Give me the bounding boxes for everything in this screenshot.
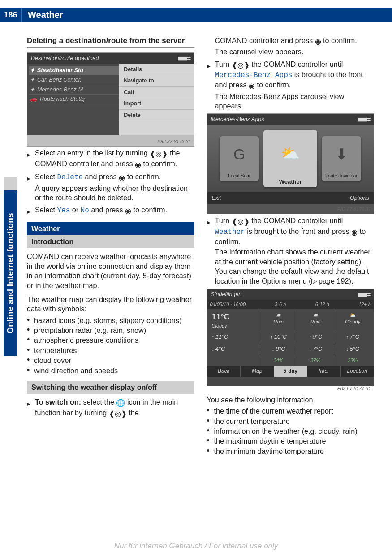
- step-marker-icon: [27, 397, 35, 418]
- list-item: the maximum daytime temperature: [214, 436, 375, 446]
- press-controller-icon: ◉: [119, 173, 125, 182]
- section-thumb-label: Online and Internet functions: [5, 213, 15, 334]
- step-result: The Mercedes-Benz Apps carousel view app…: [215, 92, 375, 111]
- screenshot-mb-apps-carousel: Mercedes-Benz Apps ▮▮▮▮▮ ⇄ G Local Sear …: [207, 113, 375, 214]
- info-list: the time of the current weather report t…: [207, 406, 375, 456]
- turn-controller-icon: ❰◎❱: [109, 409, 127, 418]
- ui-mb-apps-label: Mercedes-Benz Apps: [215, 71, 293, 79]
- step-result: The carousel view appears.: [215, 47, 375, 56]
- cloud-icon: 🌧: [262, 312, 295, 319]
- list-item: atmospheric pressure conditions: [34, 336, 194, 345]
- step-turn-weather: Turn ❰◎❱ the COMAND controller until Wea…: [207, 216, 375, 286]
- step-marker-icon: [27, 205, 35, 216]
- carousel-tile-weather[interactable]: ⛅ Weather: [263, 130, 317, 187]
- step-turn-mb-apps: Turn ❰◎❱ the COMAND controller until Mer…: [207, 60, 375, 111]
- carousel-tile-route-download[interactable]: ⬇ Route download: [322, 136, 361, 181]
- tab-back[interactable]: Back: [207, 366, 241, 377]
- list-item: the time of the current weather report: [214, 406, 375, 416]
- press-controller-icon: ◉: [135, 160, 141, 169]
- intro-paragraph-1: COMAND can receive weather forecasts any…: [27, 252, 194, 290]
- list-item[interactable]: ✦Staatstheater Stu: [29, 66, 119, 76]
- list-item: cloud cover: [34, 356, 194, 365]
- current-temp: 11°C: [212, 312, 258, 323]
- screenshot-destination-route-download: Destination/route download ▮▮▮▮▮ ⇄ ✦Staa…: [27, 52, 194, 147]
- ui-delete-label: Delete: [57, 173, 83, 181]
- list-item: wind direction and speeds: [34, 366, 194, 375]
- list-item: the current temperature: [214, 417, 375, 426]
- header-title: Weather: [22, 10, 63, 20]
- shot3-title: Sindelfingen: [211, 291, 242, 298]
- current-cond: Cloudy: [212, 323, 258, 329]
- shot3-period: 12+ h: [358, 301, 371, 308]
- step-marker-icon: [207, 60, 215, 111]
- tab-location[interactable]: Location: [340, 366, 374, 377]
- weather-data-list: hazard icons (e.g. storms, slippery cond…: [27, 316, 194, 375]
- menu-call[interactable]: Call: [119, 87, 194, 99]
- section-thumb-tab: Online and Internet functions: [4, 190, 17, 356]
- step-select-yes-no: Select Yes or No and press ◉ to confirm.: [27, 205, 194, 216]
- ui-no-label: No: [81, 207, 89, 215]
- softkey-options[interactable]: Options: [350, 194, 369, 202]
- shot2-caption: P82.87-8176-31: [337, 207, 371, 213]
- intro-paragraph-2: The weather map can display the followin…: [27, 295, 194, 314]
- turn-controller-icon: ❰◎❱: [150, 149, 168, 159]
- step-marker-icon: [27, 148, 35, 169]
- menu-delete[interactable]: Delete: [119, 110, 194, 121]
- menu-import[interactable]: Import: [119, 98, 194, 110]
- cloud-icon: 🌧: [299, 312, 332, 319]
- list-item[interactable]: ✦Mercedes-Benz-M: [29, 85, 119, 95]
- step-lead-bold: To switch on:: [35, 398, 81, 406]
- shot1-context-menu: Details Navigate to Call Import Delete: [119, 64, 194, 135]
- menu-navigate-to[interactable]: Navigate to: [119, 75, 194, 87]
- weather-chart-row-lo: ↓ 4°C ↓ 9°C ↓ 7°C ↓ 5°C: [207, 343, 374, 355]
- thumb-tab-spacer: [4, 177, 17, 190]
- list-item: precipitation radar (e.g. rain, snow): [34, 326, 194, 335]
- shot1-title: Destination/route download: [31, 55, 99, 62]
- section-banner-weather: Weather: [27, 222, 194, 235]
- list-item: the minimum daytime temperature: [214, 447, 375, 456]
- shot2-title: Mercedes-Benz Apps: [211, 116, 264, 123]
- weather-chart-row-cond: 11°C Cloudy 🌧Rain 🌧Rain ⛅Cloudy: [207, 309, 374, 331]
- menu-details[interactable]: Details: [119, 64, 194, 76]
- list-item: information on the weather (e.g. cloudy,…: [214, 427, 375, 436]
- signal-icon: ▮▮▮▮▮ ⇄: [177, 55, 190, 62]
- shot1-caption: P82.87-8173-31: [157, 139, 191, 145]
- press-controller-icon: ◉: [351, 228, 358, 237]
- tab-5day[interactable]: 5-day: [274, 366, 307, 377]
- step-marker-icon: [207, 216, 215, 286]
- list-item[interactable]: ✦Carl Benz Center,: [29, 75, 119, 85]
- shot3-timestamp: 04/05/10 · 16:00: [210, 301, 246, 308]
- screenshot-weather-info-chart: Sindelfingen ▮▮▮▮▮ ⇄ 04/05/10 · 16:00 3-…: [207, 289, 375, 386]
- softkey-exit[interactable]: Exit: [212, 194, 221, 202]
- cloud-icon: ⛅: [336, 312, 369, 319]
- heading-rule: [27, 47, 194, 48]
- info-intro: You see the following information:: [207, 395, 375, 405]
- signal-icon: ▮▮▮▮▮ ⇄: [358, 116, 370, 123]
- page-number: 186: [0, 8, 22, 22]
- page-header: 186 Weather: [0, 8, 392, 22]
- internal-use-footer: Nur für internen Gebrauch / For internal…: [0, 542, 392, 551]
- shot1-entry-list: ✦Staatstheater Stu ✦Carl Benz Center, ✦M…: [27, 64, 119, 135]
- tab-info[interactable]: Info.: [307, 366, 340, 377]
- ui-yes-label: Yes: [57, 207, 70, 215]
- subsection-banner-switching: Switching the weather display on/off: [27, 381, 194, 394]
- right-column: COMAND controller and press ◉ to confirm…: [207, 36, 375, 529]
- weather-chart-row-precip: 34% 37% 23%: [207, 354, 374, 366]
- shot3-caption: P82.87-8177-31: [337, 386, 371, 392]
- turn-controller-icon: ❰◎❱: [232, 217, 250, 226]
- step-marker-icon: [27, 172, 35, 203]
- carousel-tile-local-search[interactable]: G Local Sear: [220, 136, 259, 181]
- left-column: Deleting a destination/route from the se…: [27, 36, 194, 529]
- turn-controller-icon: ❰◎❱: [232, 60, 250, 70]
- signal-icon: ▮▮▮▮▮ ⇄: [358, 291, 370, 298]
- tab-map[interactable]: Map: [240, 366, 274, 377]
- step-switch-on: To switch on: select the 🌐 icon in the m…: [27, 397, 194, 418]
- step-select-delete: Select Delete and press ◉ to confirm. A …: [27, 172, 194, 203]
- google-icon: G: [233, 136, 245, 173]
- list-item[interactable]: 🚗Route nach Stuttg: [29, 95, 119, 104]
- list-item: hazard icons (e.g. storms, slippery cond…: [34, 316, 194, 325]
- press-controller-icon: ◉: [125, 206, 131, 216]
- step-result: A query appears asking whether the desti…: [35, 184, 194, 203]
- shot3-period: 6-12 h: [315, 301, 329, 308]
- weather-chart-row-hi: ↑ 11°C ↑ 10°C ↑ 9°C ↑ 7°C: [207, 331, 374, 343]
